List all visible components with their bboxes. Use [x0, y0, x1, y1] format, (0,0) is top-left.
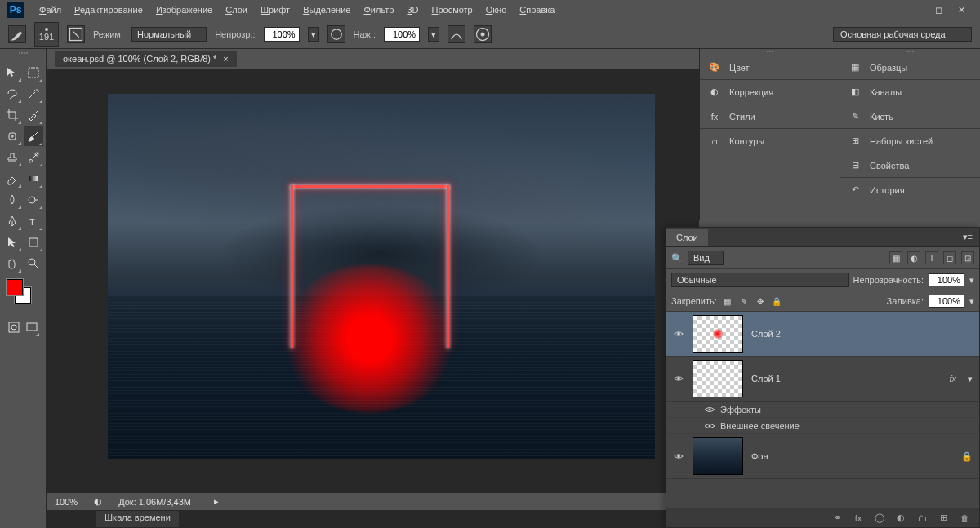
- panel-styles[interactable]: fxСтили: [700, 104, 840, 129]
- layer-group-icon[interactable]: 🗀: [915, 512, 929, 525]
- hand-tool[interactable]: [2, 254, 22, 273]
- panel-paths[interactable]: ⫏Контуры: [700, 129, 840, 153]
- layer-name[interactable]: Фон: [751, 451, 953, 461]
- lock-all-icon[interactable]: 🔒: [771, 295, 782, 307]
- flow-dropdown[interactable]: ▾: [428, 27, 439, 42]
- visibility-toggle[interactable]: [673, 450, 684, 462]
- menu-filter[interactable]: Фильтр: [357, 5, 400, 15]
- close-icon[interactable]: ×: [223, 54, 228, 64]
- visibility-toggle[interactable]: [673, 373, 684, 384]
- effects-group[interactable]: Эффекты: [666, 402, 979, 418]
- lock-transparency-icon[interactable]: ▦: [722, 295, 733, 307]
- blur-tool[interactable]: [2, 190, 22, 210]
- maximize-button[interactable]: ◻: [933, 4, 944, 16]
- menu-view[interactable]: Просмотр: [425, 5, 479, 15]
- blend-mode-select[interactable]: Нормальный: [131, 27, 207, 42]
- tool-preset-picker[interactable]: [8, 25, 26, 43]
- lock-pixels-icon[interactable]: ✎: [738, 295, 750, 307]
- crop-tool[interactable]: [2, 105, 22, 125]
- workspace-select[interactable]: Основная рабочая среда: [833, 27, 972, 42]
- brush-tool[interactable]: [24, 126, 43, 146]
- visibility-toggle[interactable]: [673, 328, 684, 339]
- link-layers-icon[interactable]: ⚭: [831, 512, 844, 525]
- move-tool[interactable]: [2, 63, 22, 82]
- fx-expand-icon[interactable]: ▾: [968, 374, 973, 384]
- menu-file[interactable]: Файл: [33, 5, 68, 15]
- opacity-input[interactable]: 100%: [264, 27, 300, 42]
- panel-adjustments[interactable]: ◐Коррекция: [700, 80, 840, 104]
- info-arrow[interactable]: ▸: [214, 496, 219, 507]
- wand-tool[interactable]: [24, 84, 43, 104]
- panel-properties[interactable]: ⊟Свойства: [840, 153, 980, 178]
- adjustment-layer-icon[interactable]: ◐: [894, 512, 907, 525]
- panel-history[interactable]: ↶История: [840, 178, 980, 202]
- pen-tool[interactable]: [2, 211, 22, 231]
- panel-channels[interactable]: ◧Каналы: [840, 80, 980, 104]
- brush-panel-toggle[interactable]: [67, 25, 85, 43]
- filter-pixel-icon[interactable]: ▦: [889, 251, 902, 264]
- layer-thumbnail[interactable]: [693, 437, 743, 475]
- panel-brush[interactable]: ✎Кисть: [840, 104, 980, 129]
- menu-type[interactable]: Шрифт: [254, 5, 296, 15]
- fx-badge[interactable]: fx: [949, 374, 956, 384]
- healing-tool[interactable]: [2, 126, 22, 146]
- panel-grip[interactable]: [2, 52, 44, 59]
- effect-outer-glow[interactable]: Внешнее свечение: [666, 418, 979, 434]
- lasso-tool[interactable]: [2, 84, 22, 104]
- blend-mode-select[interactable]: Обычные: [671, 273, 849, 287]
- menu-help[interactable]: Справка: [513, 5, 561, 15]
- layer-opacity-input[interactable]: 100%: [929, 273, 964, 286]
- foreground-color[interactable]: [7, 279, 23, 295]
- new-layer-icon[interactable]: ⊞: [937, 512, 950, 525]
- layer-name[interactable]: Слой 1: [751, 374, 941, 384]
- layer-name[interactable]: Слой 2: [751, 329, 973, 339]
- visibility-toggle[interactable]: [704, 404, 714, 415]
- timeline-tab[interactable]: Шкала времени: [96, 510, 180, 528]
- zoom-tool[interactable]: [24, 254, 43, 273]
- layer-thumbnail[interactable]: [693, 360, 743, 397]
- panel-menu-icon[interactable]: ▾≡: [956, 232, 979, 242]
- flow-input[interactable]: 100%: [384, 27, 420, 42]
- layer-fx-icon[interactable]: fx: [852, 512, 865, 525]
- panel-color[interactable]: 🎨Цвет: [700, 55, 840, 80]
- eyedropper-tool[interactable]: [24, 105, 43, 125]
- filter-adjust-icon[interactable]: ◐: [907, 251, 920, 264]
- screen-mode-toggle[interactable]: [24, 317, 40, 337]
- type-tool[interactable]: T: [24, 211, 43, 231]
- pressure-size-toggle[interactable]: [474, 25, 492, 43]
- dodge-tool[interactable]: [24, 190, 43, 210]
- layers-tab[interactable]: Слои: [666, 229, 708, 246]
- panel-brush-presets[interactable]: ⊞Наборы кистей: [840, 129, 980, 153]
- opacity-dropdown[interactable]: ▾: [308, 27, 319, 42]
- pressure-opacity-toggle[interactable]: [327, 25, 345, 43]
- brush-preset-picker[interactable]: 191: [34, 22, 59, 47]
- canvas-viewport[interactable]: [47, 69, 699, 492]
- menu-layers[interactable]: Слои: [219, 5, 254, 15]
- stamp-tool[interactable]: [2, 148, 22, 167]
- panel-swatches[interactable]: ▦Образцы: [840, 55, 980, 80]
- layer-row[interactable]: Слой 1 fx ▾: [666, 357, 979, 402]
- lock-position-icon[interactable]: ✥: [755, 295, 766, 307]
- gradient-tool[interactable]: [24, 169, 43, 189]
- menu-image[interactable]: Изображение: [149, 5, 219, 15]
- delete-layer-icon[interactable]: 🗑: [958, 512, 971, 525]
- path-select-tool[interactable]: [2, 233, 22, 252]
- opacity-dropdown-icon[interactable]: ▾: [969, 275, 974, 286]
- visibility-toggle[interactable]: [704, 420, 714, 432]
- menu-window[interactable]: Окно: [479, 5, 514, 15]
- fill-input[interactable]: 100%: [929, 295, 964, 308]
- shape-tool[interactable]: [24, 233, 43, 252]
- document-tab[interactable]: океан.psd @ 100% (Слой 2, RGB/8) * ×: [55, 51, 237, 67]
- canvas[interactable]: [108, 94, 655, 459]
- menu-3d[interactable]: 3D: [400, 5, 425, 15]
- fill-dropdown-icon[interactable]: ▾: [969, 296, 974, 307]
- info-icon[interactable]: ◐: [94, 496, 102, 507]
- menu-edit[interactable]: Редактирование: [68, 5, 149, 15]
- filter-kind-select[interactable]: Вид: [688, 251, 724, 265]
- menu-select[interactable]: Выделение: [296, 5, 357, 15]
- layer-mask-icon[interactable]: ◯: [873, 512, 886, 525]
- filter-type-icon[interactable]: T: [925, 251, 938, 264]
- minimize-button[interactable]: —: [910, 4, 921, 16]
- layer-thumbnail[interactable]: [693, 315, 743, 353]
- history-brush-tool[interactable]: [24, 148, 43, 167]
